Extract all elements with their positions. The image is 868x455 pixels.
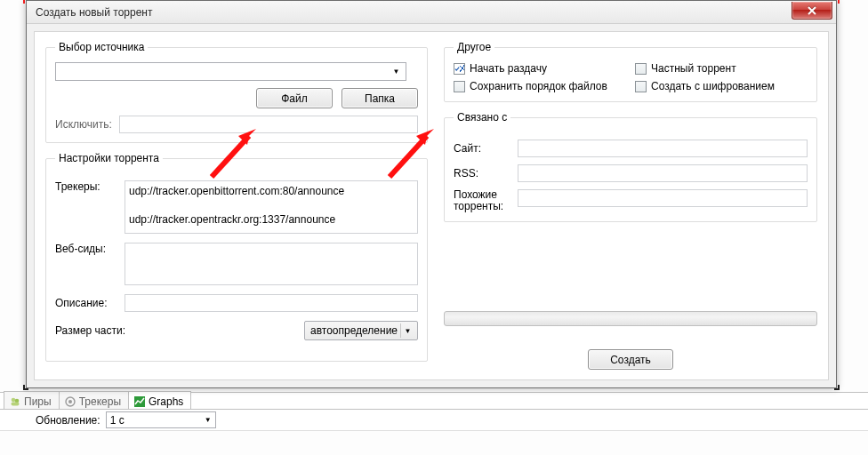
encrypt-checkbox[interactable]: Создать с шифрованием	[635, 80, 808, 92]
create-button-label: Создать	[610, 354, 651, 366]
encrypt-label: Создать с шифрованием	[651, 80, 775, 92]
tab-peers-label: Пиры	[24, 395, 52, 408]
trackers-input[interactable]: udp://tracker.openbittorrent.com:80/anno…	[125, 180, 418, 234]
update-label: Обновление:	[36, 414, 100, 427]
svg-point-4	[68, 400, 72, 403]
settings-legend: Настройки торрента	[55, 152, 163, 164]
site-input[interactable]	[518, 140, 808, 157]
dialog-content: Выбор источника ▼ Файл Папка Исключить: …	[34, 31, 829, 380]
webseeds-label: Веб-сиды:	[55, 243, 119, 255]
chevron-down-icon: ▼	[205, 416, 212, 424]
folder-button[interactable]: Папка	[342, 88, 418, 108]
left-column: Выбор источника ▼ Файл Папка Исключить: …	[45, 41, 428, 371]
checkbox-icon	[635, 63, 647, 75]
other-legend: Другое	[454, 41, 494, 53]
exclude-input	[119, 116, 418, 133]
preserve-order-checkbox[interactable]: Сохранить порядок файлов	[454, 80, 626, 92]
settings-group: Настройки торрента Трекеры: udp://tracke…	[45, 152, 428, 362]
tab-peers[interactable]: Пиры	[4, 391, 60, 409]
other-group: Другое Начать раздачу Частный торрент	[444, 41, 817, 102]
chevron-down-icon: ▼	[400, 323, 414, 338]
related-legend: Связано с	[454, 111, 510, 124]
tab-trackers[interactable]: Трекеры	[59, 391, 129, 409]
webseeds-input[interactable]	[125, 243, 418, 285]
piece-size-value: автоопределение	[310, 324, 398, 337]
private-torrent-checkbox[interactable]: Частный торрент	[635, 62, 808, 75]
rss-label: RSS:	[454, 167, 512, 180]
update-interval-select[interactable]: 1 с ▼	[106, 411, 216, 428]
start-seeding-checkbox[interactable]: Начать раздачу	[454, 62, 626, 75]
trackers-label: Трекеры:	[55, 180, 119, 193]
create-button[interactable]: Создать	[588, 349, 673, 370]
progress-bar	[444, 311, 817, 326]
chevron-down-icon: ▼	[390, 64, 403, 79]
close-button[interactable]	[792, 2, 832, 20]
trackers-value: udp://tracker.openbittorrent.com:80/anno…	[129, 185, 344, 226]
background-status-row: Обновление: 1 с ▼	[0, 410, 868, 431]
similar-input[interactable]	[518, 189, 808, 207]
svg-rect-2	[12, 402, 20, 405]
peers-icon	[10, 396, 20, 407]
preserve-order-label: Сохранить порядок файлов	[470, 80, 607, 92]
description-label: Описание:	[55, 297, 119, 309]
dialog-titlebar[interactable]: Создать новый торрент	[27, 1, 836, 24]
related-group: Связано с Сайт: RSS: Похожие торренты:	[444, 111, 817, 222]
update-interval-value: 1 с	[110, 414, 125, 427]
folder-button-label: Папка	[365, 92, 395, 105]
start-seeding-label: Начать раздачу	[470, 62, 547, 75]
site-label: Сайт:	[454, 142, 512, 155]
source-legend: Выбор источника	[55, 41, 148, 53]
file-button-label: Файл	[281, 92, 308, 105]
graphs-icon	[134, 396, 145, 407]
private-torrent-label: Частный торрент	[651, 62, 736, 75]
svg-point-0	[12, 397, 16, 402]
close-icon	[807, 6, 817, 15]
exclude-label: Исключить:	[55, 118, 114, 131]
dialog-title: Создать новый торрент	[36, 6, 152, 19]
background-tabbar: Пиры Трекеры Graphs	[0, 392, 868, 410]
source-group: Выбор источника ▼ Файл Папка Исключить:	[45, 41, 428, 143]
checkbox-icon	[454, 63, 465, 75]
right-column: Другое Начать раздачу Частный торрент	[444, 41, 817, 371]
trackers-icon	[65, 396, 76, 407]
create-torrent-dialog: Создать новый торрент Выбор источника ▼ …	[26, 0, 837, 388]
checkbox-icon	[454, 81, 465, 92]
tab-trackers-label: Трекеры	[79, 395, 121, 408]
similar-label: Похожие торренты:	[454, 189, 512, 212]
tab-graphs[interactable]: Graphs	[128, 391, 191, 409]
piece-size-select[interactable]: автоопределение ▼	[304, 321, 418, 340]
description-input[interactable]	[125, 294, 418, 312]
source-combo[interactable]: ▼	[55, 62, 406, 81]
tab-graphs-label: Graphs	[149, 395, 183, 408]
rss-input[interactable]	[518, 164, 808, 182]
checkbox-icon	[635, 81, 647, 92]
file-button[interactable]: Файл	[256, 88, 333, 108]
piece-size-label: Размер части:	[55, 324, 133, 337]
